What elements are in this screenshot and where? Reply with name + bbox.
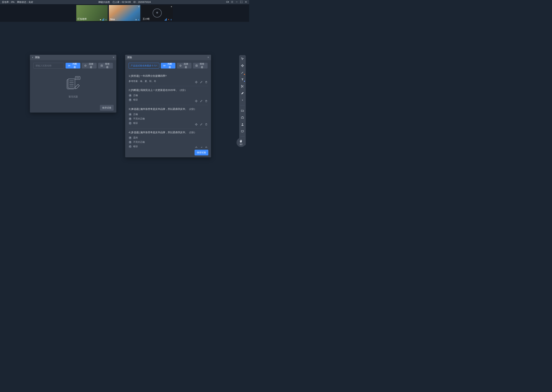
mic-icon bbox=[105, 19, 107, 21]
toolbox-tool-icon[interactable] bbox=[240, 115, 245, 120]
option-letter: B bbox=[129, 98, 132, 101]
edit-icon[interactable] bbox=[200, 100, 203, 103]
mic-muted-icon bbox=[168, 19, 170, 21]
option-text: 错误 bbox=[133, 145, 138, 148]
add-short-button[interactable]: 简答题 bbox=[193, 63, 208, 69]
video-close-icon[interactable]: × bbox=[171, 5, 172, 8]
save-quiz-button[interactable]: 保存试卷 bbox=[100, 105, 114, 111]
delete-icon[interactable] bbox=[205, 123, 208, 126]
svg-point-33 bbox=[241, 87, 242, 87]
panel-header: 测验 × bbox=[125, 55, 211, 60]
move-icon[interactable] bbox=[195, 100, 198, 103]
question-list[interactable]: 1 [简答题] 一年四季分别是哪四季?参考答案：春、夏、秋、冬 2 [判断题] … bbox=[125, 71, 211, 148]
svg-rect-37 bbox=[241, 117, 244, 119]
top-status-bar: 丢包率：0% 网络状态：良好 神秘大自然 已上课：02:34:09 ID：202… bbox=[0, 0, 249, 4]
svg-point-25 bbox=[77, 78, 78, 78]
question-option[interactable]: A正确 bbox=[129, 113, 208, 116]
empty-illustration-icon bbox=[65, 75, 82, 93]
edit-icon[interactable] bbox=[200, 123, 203, 126]
folder-tool-icon[interactable] bbox=[240, 109, 245, 113]
fullscreen-icon[interactable] bbox=[240, 0, 243, 4]
close-icon[interactable]: × bbox=[207, 56, 209, 59]
edit-icon[interactable] bbox=[200, 81, 203, 84]
settings-icon[interactable] bbox=[231, 0, 233, 4]
hand-raise-counter[interactable]: 0/2 bbox=[237, 138, 246, 147]
scissors-tool-icon[interactable] bbox=[240, 84, 245, 88]
move-icon[interactable] bbox=[195, 147, 198, 148]
move-icon[interactable] bbox=[195, 81, 198, 84]
video-tile-student-2[interactable]: × 王小明 bbox=[141, 5, 173, 21]
option-letter: B bbox=[129, 117, 132, 120]
hand-count: 0/2 bbox=[240, 143, 242, 146]
network-status: 网络状态：良好 bbox=[17, 0, 33, 4]
svg-point-5 bbox=[100, 19, 101, 20]
option-letter: C bbox=[129, 145, 132, 148]
close-icon[interactable] bbox=[245, 0, 247, 4]
delete-icon[interactable] bbox=[205, 81, 208, 84]
video-name-label: 王小明 bbox=[143, 17, 150, 21]
pen-tool-icon[interactable] bbox=[240, 70, 245, 75]
option-letter: C bbox=[129, 122, 132, 125]
course-name: 神秘大自然 bbox=[98, 0, 110, 4]
add-short-button[interactable]: 简答题 bbox=[98, 63, 113, 69]
question-option[interactable]: A是的 bbox=[129, 136, 208, 139]
video-name-label: 叮当老师 bbox=[77, 17, 87, 21]
move-icon[interactable] bbox=[195, 123, 198, 126]
question-option[interactable]: B不完全正确 bbox=[129, 117, 208, 120]
close-icon[interactable]: × bbox=[113, 56, 114, 59]
question-option[interactable]: A正确 bbox=[129, 94, 208, 97]
video-tile-teacher[interactable]: 叮当老师 bbox=[76, 5, 108, 21]
delete-icon[interactable] bbox=[205, 100, 208, 103]
add-judge-button[interactable]: 判断题 bbox=[161, 63, 175, 69]
add-choice-button[interactable]: 选择题 bbox=[177, 63, 191, 69]
svg-rect-9 bbox=[138, 19, 139, 20]
camera-status-icon bbox=[135, 19, 137, 21]
video-close-icon[interactable]: × bbox=[138, 5, 139, 8]
svg-rect-39 bbox=[241, 130, 244, 132]
option-text: 错误 bbox=[133, 98, 138, 101]
edit-icon[interactable] bbox=[200, 147, 203, 148]
quiz-panel-filled: 测验 × 判断题 选择题 简答题 1 [简答题] 一年四季分别是哪四季?参考答案… bbox=[125, 55, 211, 157]
option-text: 正确 bbox=[133, 94, 138, 97]
question-actions bbox=[195, 100, 208, 103]
signal-icon bbox=[102, 18, 104, 21]
mic-icon bbox=[138, 19, 139, 21]
back-icon[interactable] bbox=[32, 56, 34, 59]
chat-tool-icon[interactable] bbox=[240, 129, 245, 133]
svg-point-8 bbox=[136, 20, 136, 20]
quiz-toolbar: 判断题 选择题 简答题 bbox=[125, 60, 211, 71]
svg-point-13 bbox=[68, 65, 69, 66]
add-choice-button[interactable]: 选择题 bbox=[82, 63, 97, 69]
minimize-icon[interactable] bbox=[235, 0, 238, 4]
delete-icon[interactable] bbox=[205, 147, 208, 148]
video-tile-student-1[interactable]: × Nina bbox=[109, 5, 140, 21]
pointer-tool-icon[interactable] bbox=[240, 57, 245, 61]
svg-point-32 bbox=[241, 85, 242, 86]
svg-point-1 bbox=[232, 1, 232, 2]
top-left-stats: 丢包率：0% 网络状态：良好 bbox=[2, 0, 33, 4]
move-tool-icon[interactable] bbox=[240, 63, 245, 68]
question-block: 1 [简答题] 一年四季分别是哪四季?参考答案：春、夏、秋、冬 bbox=[129, 72, 208, 86]
svg-point-36 bbox=[242, 100, 243, 100]
svg-rect-12 bbox=[171, 19, 172, 20]
add-judge-button[interactable]: 判断题 bbox=[65, 63, 80, 69]
laser-tool-icon[interactable] bbox=[240, 98, 245, 102]
quiz-toolbar: 判断题 选择题 简答题 bbox=[30, 60, 116, 71]
question-option[interactable]: B不完全正确 bbox=[129, 140, 208, 144]
person-tool-icon[interactable] bbox=[240, 122, 245, 126]
quiz-name-input[interactable] bbox=[33, 63, 64, 69]
eraser-tool-icon[interactable] bbox=[240, 91, 245, 95]
camera-icon[interactable] bbox=[226, 0, 229, 4]
panel-header: 测验 × bbox=[30, 55, 116, 60]
question-header: 1 [简答题] 一年四季分别是哪四季? bbox=[129, 74, 208, 78]
panel-title: 测验 bbox=[127, 56, 132, 59]
question-block: 2 [判断题] 我国宪法上一次更新是在2020年。（2分）A正确B错误 bbox=[129, 86, 208, 105]
question-header: 3 [单选题] 施华洛世奇是反华品牌，所以梁鼎琪反华。（2分） bbox=[129, 107, 208, 111]
text-tool-icon[interactable] bbox=[240, 77, 245, 82]
svg-rect-0 bbox=[226, 1, 228, 2]
quiz-name-input[interactable] bbox=[129, 63, 159, 69]
side-toolbar bbox=[239, 55, 246, 146]
save-quiz-button[interactable]: 保存试卷 bbox=[195, 150, 208, 155]
video-name-label: Nina bbox=[110, 18, 115, 21]
question-header: 2 [判断题] 我国宪法上一次更新是在2020年。（2分） bbox=[129, 88, 208, 92]
